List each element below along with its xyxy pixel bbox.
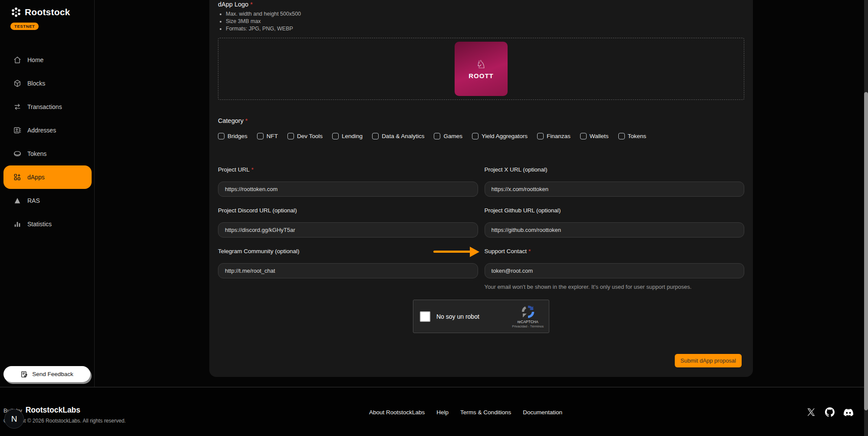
footer-link-about[interactable]: About RootstockLabs xyxy=(369,409,425,416)
dapp-proposal-form: dApp Logo* Max. width and height 500x500… xyxy=(209,0,753,377)
recaptcha-widget: No soy un robot reCAPTCHA Privacidad - T… xyxy=(413,300,549,333)
sidebar-item-statistics[interactable]: Statistics xyxy=(0,218,94,230)
rootstock-flower-icon xyxy=(10,7,22,18)
brand-name: Rootstock xyxy=(25,7,70,17)
brand-logo[interactable]: Rootstock xyxy=(0,0,94,18)
logo-requirements-list: Max. width and height 500x500 Size 3MB m… xyxy=(218,10,744,33)
footer-link-terms[interactable]: Terms & Conditions xyxy=(460,409,511,416)
sidebar-item-dapps[interactable]: dApps xyxy=(0,171,94,183)
field-project-discord-url: Project Discord URL (optional) xyxy=(218,207,478,238)
sidebar-item-addresses[interactable]: Addresses xyxy=(0,124,94,136)
contact-card-icon xyxy=(13,126,22,135)
sidebar: Rootstock TESTNET Home Blocks Transacti xyxy=(0,0,95,387)
recaptcha-checkbox[interactable] xyxy=(420,311,430,322)
coin-icon xyxy=(13,149,22,158)
category-options: Bridges NFT Dev Tools Lending Data & Ana… xyxy=(218,133,744,139)
annotation-arrow-icon xyxy=(433,247,479,257)
home-icon xyxy=(13,56,22,64)
sidebar-item-ras[interactable]: RAS xyxy=(0,195,94,207)
recaptcha-logo-icon xyxy=(521,305,535,319)
checkbox-box[interactable] xyxy=(618,133,625,139)
support-contact-helper: Your email won't be shown in the explore… xyxy=(485,284,745,290)
submit-dapp-proposal-button[interactable]: Submit dApp proposal xyxy=(675,354,742,367)
checkbox-box[interactable] xyxy=(580,133,587,139)
sidebar-item-label: dApps xyxy=(27,174,45,181)
recaptcha-brand-label: reCAPTCHA xyxy=(518,320,538,324)
logo-rule: Formats: JPG, PNG, WEBP xyxy=(226,25,744,33)
sidebar-item-label: Statistics xyxy=(27,221,52,228)
overlay-n-badge[interactable]: N xyxy=(4,409,24,429)
checkbox-data-analytics[interactable]: Data & Analytics xyxy=(372,133,424,139)
logo-rule: Max. width and height 500x500 xyxy=(226,10,744,18)
logo-rule: Size 3MB max xyxy=(226,18,744,25)
checkbox-wallets[interactable]: Wallets xyxy=(580,133,609,139)
footer-link-help[interactable]: Help xyxy=(436,409,449,416)
checkbox-nft[interactable]: NFT xyxy=(257,133,278,139)
footer-link-documentation[interactable]: Documentation xyxy=(523,409,562,416)
checkbox-box[interactable] xyxy=(257,133,264,139)
required-asterisk: * xyxy=(528,248,531,254)
recaptcha-label: No soy un robot xyxy=(436,313,479,320)
checkbox-box[interactable] xyxy=(287,133,294,139)
form-fields-grid: Project URL* Project X URL (optional) Pr… xyxy=(218,166,744,290)
github-icon[interactable] xyxy=(825,407,835,417)
checkbox-dev-tools[interactable]: Dev Tools xyxy=(287,133,323,139)
category-label: Category* xyxy=(218,117,744,124)
send-feedback-label: Send Feedback xyxy=(32,371,73,377)
logo-preview-name: ROOTT xyxy=(469,72,494,79)
telegram-community-input[interactable] xyxy=(218,263,478,278)
recaptcha-brand-block: reCAPTCHA Privacidad - Términos xyxy=(512,305,544,328)
support-contact-input[interactable] xyxy=(485,263,745,278)
field-project-github-url: Project Github URL (optional) xyxy=(485,207,745,238)
footer-brand-name[interactable]: RootstockLabs xyxy=(26,406,80,415)
network-badge: TESTNET xyxy=(10,23,39,30)
cube-icon xyxy=(13,79,22,88)
triangle-icon xyxy=(13,196,22,205)
logo-preview-tile: ♘ ROOTT xyxy=(455,42,508,96)
send-feedback-button[interactable]: Send Feedback xyxy=(3,366,90,382)
sidebar-item-label: RAS xyxy=(27,197,40,204)
sidebar-item-transactions[interactable]: Transactions xyxy=(0,101,94,113)
project-url-label: Project URL* xyxy=(218,166,478,174)
sidebar-item-home[interactable]: Home xyxy=(0,54,94,66)
sidebar-item-blocks[interactable]: Blocks xyxy=(0,77,94,89)
checkbox-box[interactable] xyxy=(434,133,440,139)
sidebar-item-label: Home xyxy=(27,56,43,63)
sidebar-item-label: Blocks xyxy=(27,80,45,87)
checkbox-box[interactable] xyxy=(472,133,479,139)
field-project-url: Project URL* xyxy=(218,166,478,197)
checkbox-bridges[interactable]: Bridges xyxy=(218,133,248,139)
bar-chart-icon xyxy=(13,220,22,228)
required-asterisk: * xyxy=(251,166,254,173)
project-github-url-label: Project Github URL (optional) xyxy=(485,207,745,215)
discord-icon[interactable] xyxy=(844,407,853,417)
checkbox-box[interactable] xyxy=(372,133,379,139)
feedback-note-icon xyxy=(20,370,28,378)
checkbox-box[interactable] xyxy=(332,133,339,139)
checkbox-lending[interactable]: Lending xyxy=(332,133,363,139)
sidebar-item-label: Addresses xyxy=(27,127,56,134)
project-github-url-input[interactable] xyxy=(485,222,745,238)
recaptcha-privacy-terms[interactable]: Privacidad - Términos xyxy=(512,324,544,328)
checkbox-box[interactable] xyxy=(218,133,224,139)
field-support-contact: Support Contact* Your email won't be sho… xyxy=(485,248,745,290)
checkbox-finanzas[interactable]: Finanzas xyxy=(537,133,571,139)
project-discord-url-input[interactable] xyxy=(218,222,478,238)
scrollbar-thumb[interactable] xyxy=(864,92,868,410)
checkbox-box[interactable] xyxy=(537,133,544,139)
sidebar-nav: Home Blocks Transactions Addresses xyxy=(0,54,94,230)
checkbox-games[interactable]: Games xyxy=(434,133,462,139)
logo-upload-dropzone[interactable]: ♘ ROOTT xyxy=(218,38,744,100)
project-url-input[interactable] xyxy=(218,182,478,197)
sidebar-item-tokens[interactable]: Tokens xyxy=(0,148,94,160)
scrollbar-track[interactable] xyxy=(864,0,868,436)
required-asterisk: * xyxy=(245,117,248,124)
knight-icon: ♘ xyxy=(476,59,486,70)
checkbox-yield-aggregators[interactable]: Yield Aggregators xyxy=(472,133,528,139)
checkbox-tokens[interactable]: Tokens xyxy=(618,133,647,139)
project-x-url-label: Project X URL (optional) xyxy=(485,166,745,174)
submit-row: Submit dApp proposal xyxy=(218,354,744,367)
project-x-url-input[interactable] xyxy=(485,182,745,197)
x-twitter-icon[interactable] xyxy=(806,407,816,417)
swap-arrows-icon xyxy=(13,102,22,111)
